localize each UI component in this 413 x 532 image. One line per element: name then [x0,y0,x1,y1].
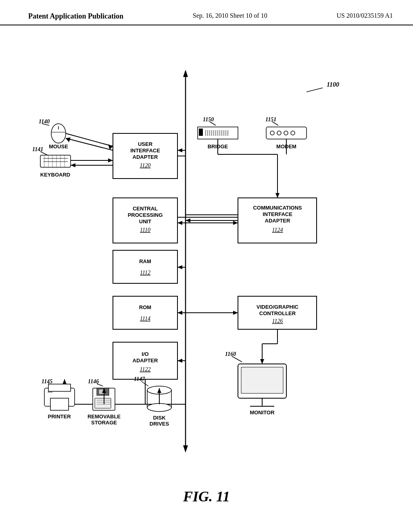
svg-text:1124: 1124 [272,227,283,233]
diagram-area: 1100 USER INTERFACE ADAPTER 1120 CENTRAL… [0,25,413,517]
svg-text:ADAPTER: ADAPTER [265,218,290,224]
svg-text:DISK: DISK [153,415,166,421]
svg-text:CONTROLLER: CONTROLLER [259,310,296,316]
svg-text:PROCESSING: PROCESSING [128,212,163,218]
svg-text:1114: 1114 [140,316,150,322]
svg-text:INTERFACE: INTERFACE [130,148,160,154]
svg-text:1160: 1160 [225,351,236,357]
figure-caption: FIG. 11 [183,488,230,505]
svg-rect-117 [50,398,69,410]
svg-text:ROM: ROM [139,304,151,310]
svg-text:ADAPTER: ADAPTER [133,154,158,160]
svg-point-101 [291,131,295,135]
svg-point-98 [270,131,274,135]
svg-marker-77 [71,163,75,167]
svg-text:1110: 1110 [140,227,150,233]
svg-text:MONITOR: MONITOR [250,409,275,416]
date-sheet-label: Sep. 16, 2010 Sheet 10 of 10 [193,12,267,19]
svg-rect-18 [113,296,177,329]
svg-text:RAM: RAM [139,258,151,264]
svg-text:ADAPTER: ADAPTER [133,357,158,364]
svg-text:CENTRAL: CENTRAL [133,206,158,212]
svg-text:COMMUNICATIONS: COMMUNICATIONS [253,205,302,211]
svg-marker-43 [177,311,182,315]
svg-marker-75 [108,158,113,162]
svg-text:I/O: I/O [142,351,148,357]
page-header: Patent Application Publication Sep. 16, … [0,0,413,25]
svg-text:1120: 1120 [140,162,151,168]
publication-label: Patent Application Publication [28,12,123,21]
svg-marker-49 [233,221,238,225]
svg-marker-59 [108,144,113,150]
diagram-svg: 1100 USER INTERFACE ADAPTER 1120 CENTRAL… [0,25,413,509]
svg-text:1112: 1112 [140,270,150,276]
svg-point-100 [284,131,288,135]
svg-rect-64 [40,155,71,167]
svg-text:VIDEO/GRAPHIC: VIDEO/GRAPHIC [257,304,299,310]
svg-text:STORAGE: STORAGE [91,420,117,426]
svg-text:1145: 1145 [42,378,52,384]
svg-rect-146 [241,367,283,393]
svg-rect-116 [48,384,71,391]
patent-number-label: US 2010/0235159 A1 [336,12,393,19]
svg-text:PRINTER: PRINTER [48,414,71,420]
svg-text:1126: 1126 [272,318,283,324]
svg-marker-36 [177,148,182,152]
svg-line-121 [97,384,103,386]
svg-marker-155 [186,218,190,222]
svg-text:INTERFACE: INTERFACE [263,211,292,217]
svg-rect-125 [95,398,111,408]
svg-text:1122: 1122 [140,366,151,372]
svg-text:1141: 1141 [32,146,43,152]
svg-text:1100: 1100 [327,81,339,88]
svg-line-0 [307,88,323,92]
svg-marker-4 [183,445,188,453]
svg-marker-39 [177,221,182,225]
svg-text:USER: USER [138,141,153,147]
svg-text:1140: 1140 [39,118,50,125]
svg-marker-47 [177,359,182,363]
svg-text:UNIT: UNIT [139,218,151,224]
svg-text:DRIVES: DRIVES [150,421,169,427]
svg-point-99 [277,131,281,135]
svg-marker-106 [275,193,280,198]
svg-line-144 [232,356,242,362]
svg-marker-153 [260,359,264,364]
svg-text:1150: 1150 [203,116,214,123]
svg-text:REMOVABLE: REMOVABLE [88,414,121,420]
svg-marker-112 [63,379,67,384]
svg-text:1151: 1151 [265,116,276,123]
svg-marker-61 [66,137,71,142]
svg-rect-81 [199,129,203,136]
svg-text:MOUSE: MOUSE [49,143,68,150]
svg-point-136 [147,403,171,411]
svg-text:KEYBOARD: KEYBOARD [40,172,70,178]
svg-text:1147: 1147 [134,376,145,382]
svg-rect-15 [113,250,177,283]
svg-marker-41 [177,265,182,269]
